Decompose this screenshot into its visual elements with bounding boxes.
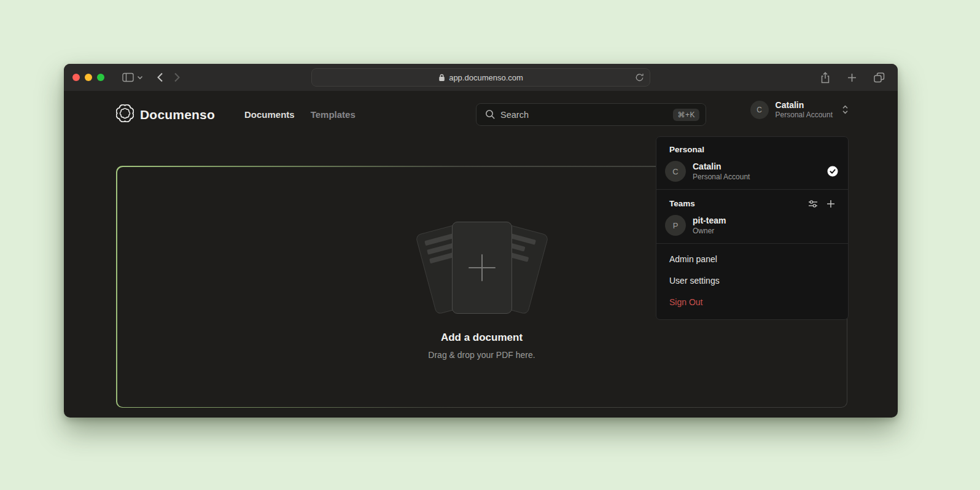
dropzone-subtitle: Drag & drop your PDF here. (428, 350, 535, 360)
plus-icon (469, 254, 496, 281)
account-item-name: Catalin (693, 161, 750, 171)
personal-account-item[interactable]: C Catalin Personal Account (656, 157, 848, 188)
account-dropdown-menu: Personal C Catalin Personal Account Team… (656, 136, 849, 320)
documenso-logo-icon (116, 104, 134, 125)
browser-window: app.documenso.com (64, 64, 898, 418)
teams-section-label: Teams (656, 191, 848, 211)
teams-label-text: Teams (669, 199, 695, 208)
account-menu-trigger[interactable]: C Catalin Personal Account (750, 100, 849, 119)
address-bar[interactable]: app.documenso.com (311, 68, 650, 87)
avatar: C (665, 161, 686, 182)
close-window-button[interactable] (72, 74, 80, 81)
selected-check-icon (827, 166, 838, 177)
menu-item-sign-out[interactable]: Sign Out (656, 292, 848, 313)
illustration-card-center (452, 222, 512, 314)
menu-item-admin-panel[interactable]: Admin panel (656, 249, 848, 270)
menu-divider (656, 243, 848, 244)
sidebar-chevron-down-icon[interactable] (137, 76, 143, 80)
document-stack-illustration (414, 218, 550, 322)
url-text: app.documenso.com (449, 73, 523, 82)
sidebar-toggle-icon[interactable] (122, 72, 134, 82)
team-name: pit-team (693, 216, 726, 225)
brand[interactable]: Documenso (116, 104, 215, 125)
search-shortcut-badge: ⌘+K (673, 109, 699, 121)
nav-templates[interactable]: Templates (311, 109, 356, 120)
manage-teams-icon[interactable] (808, 200, 818, 208)
avatar: C (750, 101, 769, 119)
chevron-up-down-icon (842, 104, 849, 115)
dropzone-title: Add a document (441, 332, 523, 344)
forward-button-icon[interactable] (174, 72, 180, 82)
back-button-icon[interactable] (157, 72, 163, 82)
add-team-icon[interactable] (826, 200, 835, 208)
traffic-lights (72, 74, 104, 81)
lock-icon (438, 74, 445, 82)
nav-documents[interactable]: Documents (244, 109, 295, 120)
reload-icon[interactable] (635, 72, 644, 84)
browser-titlebar: app.documenso.com (64, 64, 898, 91)
menu-divider (656, 189, 848, 190)
team-item[interactable]: P pit-team Owner (656, 211, 848, 242)
account-name: Catalin (776, 100, 833, 111)
zoom-window-button[interactable] (97, 74, 104, 81)
personal-section-label: Personal (656, 137, 848, 157)
share-icon[interactable] (820, 72, 830, 84)
search-icon (485, 109, 496, 120)
menu-item-user-settings[interactable]: User settings (656, 270, 848, 292)
minimize-window-button[interactable] (85, 74, 92, 81)
team-role: Owner (693, 227, 726, 235)
account-item-subtitle: Personal Account (693, 173, 750, 181)
account-subtitle: Personal Account (776, 111, 833, 119)
new-tab-icon[interactable] (847, 73, 857, 82)
main-nav: Documents Templates (244, 109, 356, 120)
search-placeholder: Search (500, 110, 529, 120)
tab-overview-icon[interactable] (874, 72, 885, 83)
team-avatar: P (665, 215, 686, 236)
search-input[interactable]: Search ⌘+K (476, 103, 706, 126)
brand-name: Documenso (140, 107, 215, 122)
app-header: Documenso Documents Templates Search ⌘+K… (64, 91, 898, 138)
